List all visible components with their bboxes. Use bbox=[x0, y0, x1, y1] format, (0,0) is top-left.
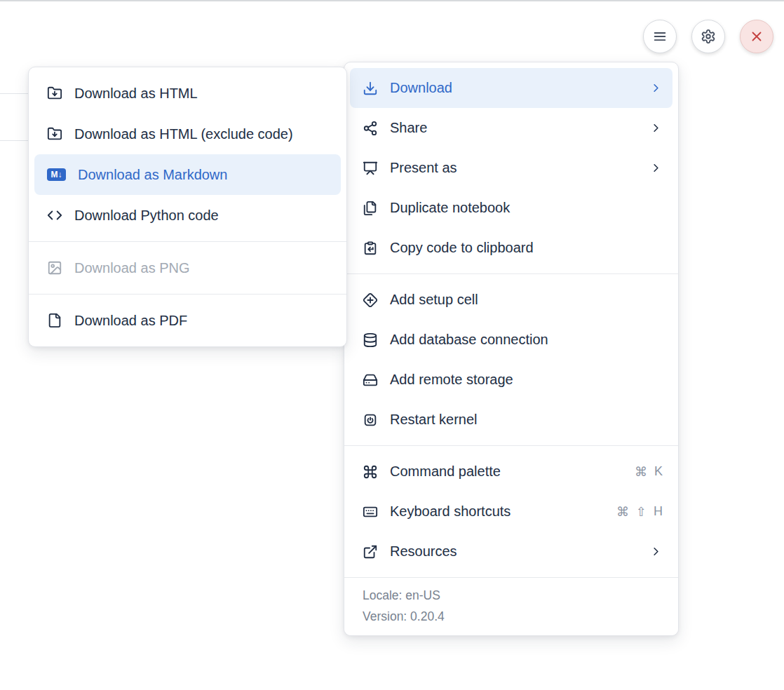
square-power-icon bbox=[363, 412, 378, 428]
chevron-right-icon bbox=[649, 545, 663, 558]
menu-item-label: Download as PNG bbox=[74, 260, 190, 276]
menu-item-label: Resources bbox=[390, 543, 457, 560]
menu-item-share[interactable]: Share bbox=[344, 108, 678, 148]
keyboard-icon bbox=[363, 504, 378, 520]
share-2-icon bbox=[363, 121, 378, 136]
files-icon bbox=[363, 201, 378, 216]
settings-icon bbox=[701, 29, 716, 44]
shortcut-hint: ⌘⇧H bbox=[616, 504, 663, 520]
chevron-right-icon bbox=[649, 121, 663, 135]
menu-item-add-setup-cell[interactable]: Add setup cell bbox=[344, 280, 678, 320]
menu-item-label: Add setup cell bbox=[390, 292, 478, 308]
shortcut-hint: ⌘K bbox=[635, 464, 663, 480]
menu-button[interactable] bbox=[643, 20, 677, 53]
menu-item-label: Download bbox=[390, 80, 452, 96]
menu-item-keyboard-shortcuts[interactable]: Keyboard shortcuts⌘⇧H bbox=[344, 492, 678, 532]
menu-item-label: Command palette bbox=[390, 464, 501, 480]
shortcut-key: H bbox=[654, 504, 663, 519]
menu-item-download-as-html-exclude-code[interactable]: Download as HTML (exclude code) bbox=[29, 114, 346, 154]
menu-group: Download as PNG bbox=[29, 242, 346, 294]
folder-down-icon bbox=[47, 126, 62, 142]
menu-item-download-as-png: Download as PNG bbox=[29, 248, 346, 288]
menu-item-label: Add database connection bbox=[390, 332, 548, 348]
folder-down-icon bbox=[47, 86, 62, 101]
menu-item-label: Download as HTML bbox=[74, 86, 198, 102]
diamond-plus-icon bbox=[363, 292, 378, 308]
shortcut-key: ⌘ bbox=[616, 504, 629, 520]
menu-footer: Locale: en-US Version: 0.20.4 bbox=[344, 577, 678, 635]
menu-item-add-remote-storage[interactable]: Add remote storage bbox=[344, 360, 678, 400]
menu-item-present-as[interactable]: Present as bbox=[344, 148, 678, 188]
menu-item-duplicate-notebook[interactable]: Duplicate notebook bbox=[344, 188, 678, 228]
close-button[interactable] bbox=[740, 20, 773, 53]
menu-item-restart-kernel[interactable]: Restart kernel bbox=[344, 400, 678, 440]
menu-icon bbox=[652, 29, 668, 44]
menu-item-label: Add remote storage bbox=[390, 372, 513, 388]
close-icon bbox=[749, 29, 764, 44]
menu-item-resources[interactable]: Resources bbox=[344, 532, 678, 571]
notebook-actions-menu-groups: DownloadSharePresent asDuplicate noteboo… bbox=[344, 62, 678, 577]
menu-item-download-as-markdown[interactable]: M↓Download as Markdown bbox=[34, 154, 341, 195]
settings-button[interactable] bbox=[691, 20, 725, 53]
background-cell-line bbox=[0, 140, 29, 141]
menu-item-label: Present as bbox=[390, 160, 457, 176]
menu-group: Command palette⌘KKeyboard shortcuts⌘⇧HRe… bbox=[344, 446, 678, 577]
menu-group: Add setup cellAdd database connectionAdd… bbox=[344, 274, 678, 445]
markdown-badge-icon: M↓ bbox=[47, 168, 66, 181]
chevron-right-icon bbox=[649, 81, 663, 95]
menu-item-copy-code-to-clipboard[interactable]: Copy code to clipboard bbox=[344, 228, 678, 268]
locale-text: Locale: en-US bbox=[363, 585, 660, 606]
download-submenu-groups: Download as HTMLDownload as HTML (exclud… bbox=[29, 67, 346, 346]
menu-item-label: Download Python code bbox=[74, 208, 219, 224]
menu-item-label: Duplicate notebook bbox=[390, 200, 510, 216]
shortcut-key: K bbox=[654, 464, 663, 479]
notebook-actions-menu: DownloadSharePresent asDuplicate noteboo… bbox=[344, 62, 679, 636]
menu-item-download-as-pdf[interactable]: Download as PDF bbox=[29, 300, 346, 341]
command-icon bbox=[363, 464, 378, 480]
menu-item-label: Download as HTML (exclude code) bbox=[74, 126, 293, 142]
download-submenu: Download as HTMLDownload as HTML (exclud… bbox=[28, 67, 347, 347]
file-icon bbox=[47, 313, 62, 328]
image-icon bbox=[47, 260, 62, 276]
menu-item-label: Restart kernel bbox=[390, 412, 478, 428]
menu-item-add-database-connection[interactable]: Add database connection bbox=[344, 320, 678, 360]
download-icon bbox=[363, 81, 378, 96]
menu-item-command-palette[interactable]: Command palette⌘K bbox=[344, 452, 678, 492]
menu-group: Download as PDF bbox=[29, 295, 346, 346]
menu-item-label: Keyboard shortcuts bbox=[390, 503, 511, 520]
menu-item-label: Download as Markdown bbox=[78, 167, 227, 183]
app-background: DownloadSharePresent asDuplicate noteboo… bbox=[0, 0, 784, 690]
menu-item-download-python-code[interactable]: Download Python code bbox=[29, 195, 346, 236]
menu-item-download-as-html[interactable]: Download as HTML bbox=[29, 73, 346, 114]
code-icon bbox=[47, 208, 62, 223]
hard-drive-icon bbox=[363, 372, 378, 388]
top-border-line bbox=[0, 0, 784, 1]
menu-item-label: Share bbox=[390, 120, 427, 136]
shortcut-key: ⇧ bbox=[636, 504, 647, 520]
clipboard-copy-icon bbox=[363, 241, 378, 256]
external-link-icon bbox=[363, 544, 378, 560]
menu-group: Download as HTMLDownload as HTML (exclud… bbox=[29, 67, 346, 241]
background-cell-line bbox=[0, 93, 29, 94]
version-text: Version: 0.20.4 bbox=[363, 606, 660, 627]
presentation-icon bbox=[363, 161, 378, 176]
menu-item-label: Download as PDF bbox=[74, 313, 187, 329]
shortcut-key: ⌘ bbox=[635, 464, 647, 480]
menu-item-label: Copy code to clipboard bbox=[390, 240, 534, 256]
menu-item-download[interactable]: Download bbox=[350, 68, 673, 108]
chevron-right-icon bbox=[649, 161, 663, 175]
database-icon bbox=[363, 332, 378, 348]
menu-group: DownloadSharePresent asDuplicate noteboo… bbox=[344, 62, 678, 273]
